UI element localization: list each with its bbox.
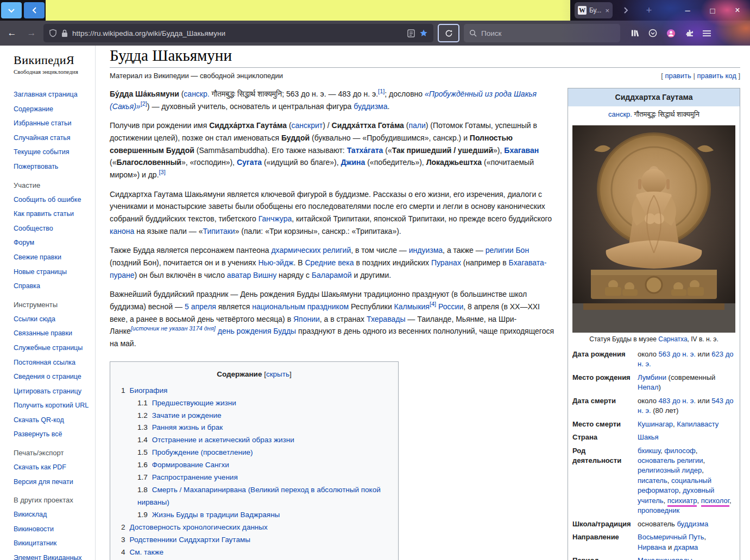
sidebar-link[interactable]: Ссылки сюда	[14, 315, 55, 323]
wiki-link[interactable]: психиатр	[667, 497, 697, 507]
wiki-link[interactable]: Махаджанапады	[638, 556, 692, 560]
sidebar-link[interactable]: Текущие события	[14, 148, 69, 156]
wiki-link[interactable]: Нью-эйдж	[258, 258, 293, 267]
toc-item[interactable]: 1.6Формирование Сангхи	[137, 459, 387, 472]
wiki-link[interactable]: Нирвана	[638, 543, 666, 551]
sidebar-link[interactable]: Форум	[14, 239, 34, 246]
wikipedia-wordmark[interactable]: ВикипедиЯ Свободная энциклопедия	[14, 53, 92, 75]
sidebar-link[interactable]: Постоянная ссылка	[14, 359, 75, 366]
reader-mode-icon[interactable]	[407, 29, 415, 37]
wiki-link[interactable]: основатель религии	[638, 456, 703, 464]
wiki-link[interactable]: [4]	[430, 301, 436, 307]
wiki-link[interactable]: Капилавасту	[677, 420, 719, 428]
tab-close-button[interactable]: ×	[605, 7, 609, 15]
wiki-link[interactable]: писатель	[638, 476, 667, 485]
menu-icon[interactable]	[703, 30, 711, 37]
maximize-button[interactable]: □	[700, 0, 725, 21]
sidebar-link[interactable]: Викисклад	[14, 511, 47, 518]
sidebar-link[interactable]: Сообщить об ошибке	[14, 196, 81, 203]
sidebar-link[interactable]: Новые страницы	[14, 268, 67, 276]
wiki-link[interactable]: философ	[664, 447, 696, 455]
toc-link[interactable]: Достоверность хронологических данных	[130, 523, 268, 531]
wiki-link[interactable]: религиозный лидер	[638, 466, 702, 474]
toc-item[interactable]: 1Биография	[121, 385, 387, 397]
sidebar-link[interactable]: Пожертвовать	[14, 163, 58, 170]
sidebar-link[interactable]: Как править статьи	[14, 210, 74, 218]
wiki-link[interactable]: 483 до н. э.	[659, 397, 696, 405]
search-input[interactable]	[481, 29, 615, 37]
wiki-link[interactable]: санскрит	[292, 121, 323, 130]
wiki-link[interactable]: [источник не указан 3174 дня]	[131, 326, 216, 332]
wiki-link[interactable]: день рождения Будды	[218, 327, 296, 335]
wiki-link[interactable]: Джина	[341, 158, 365, 167]
toc-link[interactable]: Отстранение и аскетический образ жизни	[152, 436, 294, 444]
tracking-shield-icon[interactable]	[49, 29, 57, 37]
toc-item[interactable]: 4См. также	[121, 546, 387, 559]
sidebar-link[interactable]: Заглавная страница	[14, 91, 78, 98]
pocket-icon[interactable]	[648, 29, 657, 37]
toc-item[interactable]: 1.2Зачатие и рождение	[137, 410, 387, 422]
wiki-link[interactable]: Ганчжура	[259, 214, 292, 223]
sidebar-link[interactable]: Свежие правки	[14, 253, 61, 261]
wiki-link[interactable]: индуизма	[409, 246, 443, 254]
sidebar-link[interactable]: Скачать как PDF	[14, 463, 66, 471]
wiki-link[interactable]: [1]	[378, 88, 385, 94]
toc-link[interactable]: Жизнь Будды в традиции Ваджраяны	[152, 511, 280, 519]
wiki-link[interactable]: скрыть	[266, 370, 289, 378]
sidebar-link[interactable]: Избранные статьи	[14, 119, 72, 127]
sidebar-link[interactable]: Викицитатник	[14, 539, 56, 547]
sidebar-link[interactable]: Сведения о странице	[14, 373, 81, 380]
wiki-link[interactable]: дхармических религий	[271, 246, 351, 254]
wiki-link[interactable]: Непал	[638, 383, 658, 391]
toc-item[interactable]: 1.7Распространение учения	[137, 472, 387, 484]
wiki-link[interactable]: Средние века	[305, 258, 354, 267]
reload-button[interactable]	[438, 24, 459, 42]
list-all-tabs-button[interactable]	[1, 2, 22, 18]
wiki-link[interactable]: аватар Вишну	[227, 271, 276, 279]
wiki-link[interactable]: проповедник	[638, 506, 679, 514]
sidebar-link[interactable]: Цитировать страницу	[14, 387, 81, 395]
wiki-link[interactable]: править	[665, 72, 691, 80]
wiki-link[interactable]: буддизма	[677, 520, 708, 528]
sidebar-link[interactable]: Развернуть всё	[14, 430, 62, 438]
toc-item[interactable]: 1.5Пробуждение (просветление)	[137, 447, 387, 459]
wiki-link[interactable]: Пуранах	[431, 258, 461, 267]
toc-item[interactable]: 2Достоверность хронологических данных	[121, 521, 387, 534]
wiki-link[interactable]: Сугата	[237, 158, 262, 167]
buddha-statue-image[interactable]	[572, 125, 735, 333]
wiki-link[interactable]: [2]	[141, 100, 147, 107]
wiki-link[interactable]: 5 апреля	[185, 302, 216, 311]
sidebar-link[interactable]: Получить короткий URL	[14, 402, 89, 409]
wiki-link[interactable]: Японии	[293, 315, 320, 323]
sidebar-link[interactable]: Содержание	[14, 105, 53, 113]
wiki-link[interactable]: Тхеравады	[367, 315, 405, 323]
wiki-link[interactable]: России	[438, 302, 463, 311]
wiki-link[interactable]: Бхагаван	[504, 146, 539, 155]
sidebar-link[interactable]: Элемент Викиданных	[14, 554, 82, 560]
toc-item[interactable]: 1.1Предшествующие жизни	[137, 397, 387, 410]
toc-link[interactable]: Пробуждение (просветление)	[152, 448, 253, 456]
back-button[interactable]: ←	[4, 28, 20, 39]
wiki-link[interactable]: Шакья	[638, 433, 659, 441]
sidebar-link[interactable]: Связанные правки	[14, 329, 72, 337]
wiki-link[interactable]: бхикшу	[638, 447, 660, 455]
wiki-link[interactable]: Калмыкия	[394, 302, 430, 311]
sidebar-link[interactable]: Скачать QR-код	[14, 416, 64, 424]
wiki-link[interactable]: Лумбини	[638, 373, 666, 381]
address-bar[interactable]: https://ru.wikipedia.org/wiki/Будда_Шакь…	[43, 24, 433, 42]
wiki-link[interactable]: буддизма	[354, 102, 387, 111]
toc-link[interactable]: Родственники Сиддхартхи Гаутамы	[130, 536, 250, 544]
toc-link[interactable]: Смерть / Махапаринирвана (Великий перехо…	[137, 486, 381, 506]
toc-link[interactable]: Биография	[130, 386, 168, 394]
wiki-link[interactable]: санскр.	[608, 110, 632, 118]
scroll-tabs-left-button[interactable]	[24, 2, 45, 18]
extensions-icon[interactable]	[685, 29, 694, 37]
wiki-link[interactable]: канона	[110, 227, 134, 236]
sidebar-link[interactable]: Справка	[14, 282, 40, 290]
sidebar-link[interactable]: Викиновости	[14, 525, 54, 533]
sidebar-link[interactable]: Случайная статья	[14, 134, 71, 142]
toc-link[interactable]: Распространение учения	[152, 473, 238, 481]
wiki-link[interactable]: дхарма	[674, 543, 698, 551]
toc-link[interactable]: Предшествующие жизни	[152, 399, 236, 407]
forward-button[interactable]: →	[24, 28, 39, 39]
